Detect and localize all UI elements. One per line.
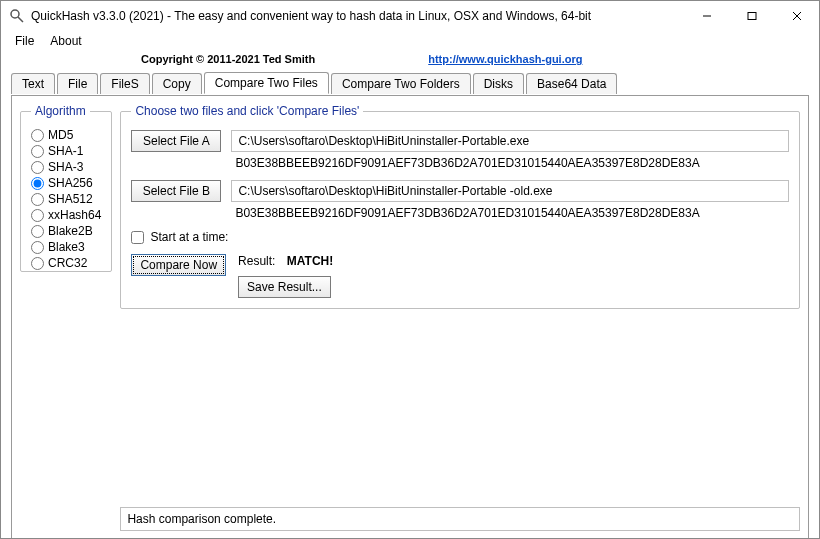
file-a-hash: B03E38BBEEB9216DF9091AEF73DB36D2A701ED31… [131, 156, 789, 170]
algo-radio-sha256[interactable]: SHA256 [31, 176, 101, 190]
algo-radio-input-md5[interactable] [31, 129, 44, 142]
tab-file[interactable]: File [57, 73, 98, 94]
algo-label: SHA256 [48, 176, 93, 190]
algo-radio-xxhash64[interactable]: xxHash64 [31, 208, 101, 222]
app-icon [9, 8, 25, 24]
algo-radio-input-sha512[interactable] [31, 193, 44, 206]
menu-bar: File About [1, 31, 819, 51]
title-bar: QuickHash v3.3.0 (2021) - The easy and c… [1, 1, 819, 31]
algo-radio-sha-3[interactable]: SHA-3 [31, 160, 101, 174]
start-at-time-label: Start at a time: [150, 230, 228, 244]
algo-radio-input-sha256[interactable] [31, 177, 44, 190]
select-file-a-button[interactable]: Select File A [131, 130, 221, 152]
algo-radio-blake3[interactable]: Blake3 [31, 240, 101, 254]
compare-main: Choose two files and click 'Compare File… [120, 104, 800, 531]
algo-label: xxHash64 [48, 208, 101, 222]
tab-strip: Text File FileS Copy Compare Two Files C… [11, 71, 809, 93]
algorithm-group: Algorithm MD5SHA-1SHA-3SHA256SHA512xxHas… [20, 104, 112, 272]
close-button[interactable] [774, 1, 819, 31]
start-at-time-checkbox[interactable] [131, 231, 144, 244]
tab-disks[interactable]: Disks [473, 73, 524, 94]
tab-compare-two-folders[interactable]: Compare Two Folders [331, 73, 471, 94]
algo-radio-crc32[interactable]: CRC32 [31, 256, 101, 270]
result-value: MATCH! [287, 254, 333, 268]
save-result-button[interactable]: Save Result... [238, 276, 331, 298]
result-label: Result: [238, 254, 275, 268]
file-b-path[interactable]: C:\Users\softaro\Desktop\HiBitUninstalle… [231, 180, 789, 202]
algo-label: SHA-3 [48, 160, 83, 174]
algo-radio-input-blake3[interactable] [31, 241, 44, 254]
window-title: QuickHash v3.3.0 (2021) - The easy and c… [31, 9, 684, 23]
algo-label: SHA-1 [48, 144, 83, 158]
algo-radio-blake2b[interactable]: Blake2B [31, 224, 101, 238]
file-a-path[interactable]: C:\Users\softaro\Desktop\HiBitUninstalle… [231, 130, 789, 152]
algo-label: Blake2B [48, 224, 93, 238]
select-file-b-button[interactable]: Select File B [131, 180, 221, 202]
algorithm-legend: Algorithm [31, 104, 90, 118]
svg-line-1 [18, 17, 23, 22]
compare-now-button[interactable]: Compare Now [131, 254, 226, 276]
content-area: Copyright © 2011-2021 Ted Smith http://w… [1, 51, 819, 539]
file-b-hash: B03E38BBEEB9216DF9091AEF73DB36D2A701ED31… [131, 206, 789, 220]
tab-page-compare: Algorithm MD5SHA-1SHA-3SHA256SHA512xxHas… [11, 95, 809, 539]
svg-rect-3 [748, 13, 756, 20]
tab-files[interactable]: FileS [100, 73, 149, 94]
algo-radio-input-crc32[interactable] [31, 257, 44, 270]
tab-copy[interactable]: Copy [152, 73, 202, 94]
tab-base64[interactable]: Base64 Data [526, 73, 617, 94]
svg-point-0 [11, 10, 19, 18]
algo-radio-input-sha-3[interactable] [31, 161, 44, 174]
algo-label: MD5 [48, 128, 73, 142]
website-link[interactable]: http://www.quickhash-gui.org [428, 53, 582, 65]
algo-radio-input-sha-1[interactable] [31, 145, 44, 158]
algo-radio-sha-1[interactable]: SHA-1 [31, 144, 101, 158]
algo-label: CRC32 [48, 256, 87, 270]
algo-radio-sha512[interactable]: SHA512 [31, 192, 101, 206]
minimize-button[interactable] [684, 1, 729, 31]
tab-text[interactable]: Text [11, 73, 55, 94]
choose-files-legend: Choose two files and click 'Compare File… [131, 104, 363, 118]
status-bar: Hash comparison complete. [120, 507, 800, 531]
window-buttons [684, 1, 819, 31]
menu-file[interactable]: File [7, 32, 42, 50]
algo-radio-md5[interactable]: MD5 [31, 128, 101, 142]
copyright-text: Copyright © 2011-2021 Ted Smith [141, 53, 315, 65]
menu-about[interactable]: About [42, 32, 89, 50]
algo-label: Blake3 [48, 240, 85, 254]
choose-files-group: Choose two files and click 'Compare File… [120, 104, 800, 309]
algo-radio-input-blake2b[interactable] [31, 225, 44, 238]
algo-label: SHA512 [48, 192, 93, 206]
tab-compare-two-files[interactable]: Compare Two Files [204, 72, 329, 94]
algo-radio-input-xxhash64[interactable] [31, 209, 44, 222]
maximize-button[interactable] [729, 1, 774, 31]
header-row: Copyright © 2011-2021 Ted Smith http://w… [11, 53, 809, 71]
